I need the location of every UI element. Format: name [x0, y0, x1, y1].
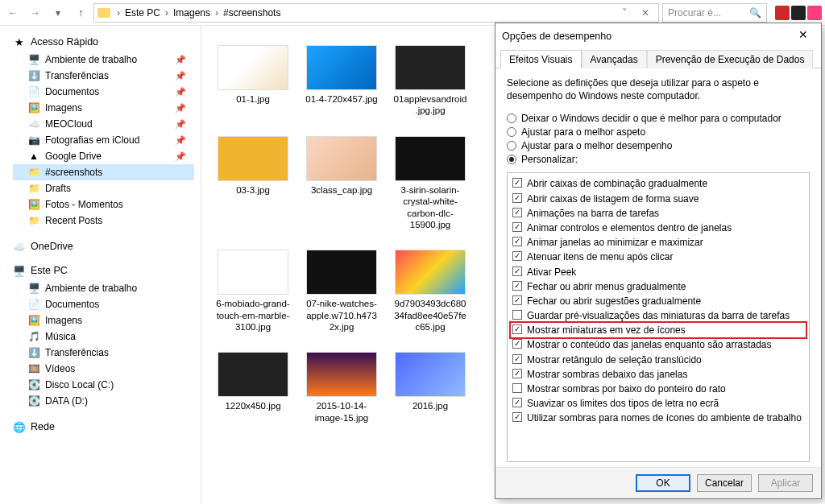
checkbox-option[interactable]: Ativar Peek — [512, 265, 804, 279]
radio-option[interactable]: Deixar o Windows decidir o que é melhor … — [507, 113, 810, 124]
monitor-icon: 🖥️ — [13, 264, 26, 277]
sidebar-item[interactable]: 📁Drafts — [13, 180, 194, 196]
apply-button[interactable]: Aplicar — [758, 474, 813, 492]
breadcrumb-seg[interactable]: Este PC — [123, 7, 162, 19]
ok-button[interactable]: OK — [636, 474, 690, 492]
checkbox-icon — [512, 178, 522, 188]
checkbox-option[interactable]: Suavizar os limites dos tipos de letra n… — [512, 396, 804, 411]
sidebar-item[interactable]: 📷Fotografias em iCloud📌 — [13, 132, 194, 148]
tray-app-icon[interactable] — [791, 6, 806, 20]
sidebar-item[interactable]: 🖼️Imagens📌 — [13, 100, 194, 116]
checkbox-option[interactable]: Mostrar retângulo de seleção translúcido — [512, 353, 804, 367]
checkbox-option[interactable]: Mostrar miniaturas em vez de ícones — [512, 323, 804, 337]
checkbox-option[interactable]: Animações na barra de tarefas — [512, 206, 804, 221]
file-item[interactable]: 2015-10-14-image-15.jpg — [305, 352, 379, 423]
file-item[interactable]: 01-4-720x457.jpg — [305, 45, 379, 117]
checkbox-option[interactable]: Mostrar o conteúdo das janelas enquanto … — [512, 337, 804, 352]
breadcrumb-seg[interactable]: #screenshots — [222, 7, 282, 19]
search-input[interactable]: Procurar e... 🔍 — [662, 3, 767, 23]
checkbox-option[interactable]: Abrir caixas de combinação gradualmente — [512, 176, 804, 191]
sidebar-item-label: Imagens — [45, 102, 82, 114]
file-item[interactable]: 2016.jpg — [393, 352, 467, 423]
file-item[interactable]: 03-3.jpg — [216, 136, 290, 231]
sidebar-item[interactable]: ☁️MEOCloud📌 — [13, 116, 194, 132]
sidebar-item[interactable]: 📁Recent Posts — [13, 213, 194, 229]
checkbox-option[interactable]: Animar controlos e elementos dentro de j… — [512, 221, 804, 235]
tray-app-icon[interactable] — [807, 6, 822, 20]
file-item[interactable]: 01-1.jpg — [216, 45, 290, 117]
dialog-tab[interactable]: Efeitos Visuais — [500, 50, 582, 68]
file-item[interactable]: 01applevsandroid.jpg.jpg — [393, 45, 467, 117]
sidebar-item[interactable]: 📄Documentos — [13, 296, 194, 312]
options-listbox[interactable]: Abrir caixas de combinação gradualmenteA… — [507, 172, 810, 462]
sidebar-item[interactable]: ⬇️Transferências — [13, 345, 194, 361]
sidebar-item[interactable]: 📄Documentos📌 — [13, 84, 194, 100]
file-item[interactable]: 9d7903493dc68034fad8ee40e57fec65.jpg — [393, 250, 467, 333]
checkbox-icon — [512, 222, 522, 232]
checkbox-option[interactable]: Atenuar itens de menu após clicar — [512, 250, 804, 264]
sidebar-item[interactable]: 🎞️Vídeos — [13, 361, 194, 377]
sidebar-item[interactable]: 📁#screenshots — [13, 164, 194, 180]
file-item[interactable]: 1220x450.jpg — [216, 352, 290, 423]
radio-option[interactable]: Personalizar: — [507, 154, 810, 165]
checkbox-option[interactable]: Mostrar sombras por baixo do ponteiro do… — [512, 382, 804, 396]
nav-back-button[interactable]: ← — [3, 3, 23, 23]
nav-recent-button[interactable]: ▾ — [48, 3, 68, 23]
folder-icon: 📁 — [27, 182, 40, 195]
breadcrumb-seg[interactable]: Imagens — [172, 7, 212, 19]
folder-icon: 🎞️ — [27, 362, 40, 375]
radio-option[interactable]: Ajustar para o melhor aspeto — [507, 126, 810, 138]
checkbox-label: Mostrar sombras por baixo do ponteiro do… — [527, 382, 726, 395]
sidebar-item[interactable]: 💽Disco Local (C:) — [13, 377, 194, 393]
dialog-title: Opções de desempenho — [502, 31, 611, 42]
checkbox-option[interactable]: Animar janelas ao minimizar e maximizar — [512, 235, 804, 250]
checkbox-option[interactable]: Abrir caixas de listagem de forma suave — [512, 192, 804, 206]
sidebar-item[interactable]: 🎵Música — [13, 328, 194, 345]
dialog-description: Selecione as definições que deseja utili… — [507, 76, 810, 102]
sidebar-item[interactable]: 💽DATA (D:) — [13, 393, 194, 409]
checkbox-icon — [512, 354, 522, 364]
file-thumbnail — [306, 45, 377, 90]
folder-icon: ⬇️ — [27, 69, 40, 82]
checkbox-label: Mostrar o conteúdo das janelas enquanto … — [527, 338, 772, 351]
close-icon[interactable]: ✕ — [636, 7, 655, 19]
sidebar-item[interactable]: 🖼️Imagens — [13, 312, 194, 328]
file-item[interactable]: 3class_cap.jpg — [305, 136, 379, 231]
sidebar-item[interactable]: ▲Google Drive📌 — [13, 148, 194, 164]
checkbox-icon — [512, 324, 522, 334]
file-item[interactable]: 3-sirin-solarin-crystal-white-carbon-dlc… — [393, 136, 467, 231]
dialog-tab[interactable]: Prevenção de Execução de Dados — [647, 50, 814, 68]
sidebar-network[interactable]: 🌐 Rede — [13, 420, 194, 433]
nav-up-button[interactable]: ↑ — [71, 3, 90, 23]
chevron-down-icon[interactable]: ˅ — [615, 7, 634, 19]
cancel-button[interactable]: Cancelar — [697, 474, 752, 492]
dialog-close-button[interactable]: ✕ — [792, 28, 815, 44]
file-item[interactable]: 07-nike-watches-apple.w710.h4732x.jpg — [305, 250, 379, 333]
sidebar-onedrive[interactable]: ☁️ OneDrive — [13, 240, 194, 253]
nav-forward-button[interactable]: → — [26, 3, 45, 23]
file-thumbnail — [306, 250, 377, 295]
file-name: 3class_cap.jpg — [305, 184, 379, 196]
sidebar-item[interactable]: 🖼️Fotos - Momentos — [13, 196, 194, 213]
sidebar-this-pc[interactable]: 🖥️ Este PC — [13, 264, 194, 277]
dialog-tab[interactable]: Avançadas — [582, 50, 647, 68]
sidebar-item[interactable]: 🖥️Ambiente de trabalho📌 — [13, 52, 194, 68]
address-bar[interactable]: › Este PC › Imagens › #screenshots ˅ ✕ — [93, 3, 659, 23]
sidebar-head-label: OneDrive — [31, 241, 73, 252]
checkbox-option[interactable]: Fechar ou abrir menus gradualmente — [512, 279, 804, 294]
sidebar-quick-access[interactable]: ★ Acesso Rápido — [13, 35, 194, 48]
radio-icon — [507, 127, 516, 137]
checkbox-option[interactable]: Fechar ou abrir sugestões gradualmente — [512, 294, 804, 308]
file-item[interactable]: 6-mobiado-grand-touch-em-marble-3100.jpg — [216, 250, 290, 333]
checkbox-option[interactable]: Utilizar sombras para nomes de ícones do… — [512, 411, 804, 425]
file-name: 07-nike-watches-apple.w710.h4732x.jpg — [305, 298, 379, 333]
folder-icon: ⬇️ — [27, 346, 40, 359]
sidebar-item-label: Imagens — [45, 315, 82, 326]
sidebar-item[interactable]: 🖥️Ambiente de trabalho — [13, 280, 194, 296]
sidebar-item[interactable]: ⬇️Transferências📌 — [13, 68, 194, 84]
radio-option[interactable]: Ajustar para o melhor desempenho — [507, 140, 810, 151]
checkbox-option[interactable]: Guardar pré-visualizações das miniaturas… — [512, 308, 804, 323]
checkbox-option[interactable]: Mostrar sombras debaixo das janelas — [512, 367, 804, 382]
tray-app-icon[interactable] — [775, 6, 790, 20]
sidebar-item-label: Ambiente de trabalho — [45, 283, 137, 294]
